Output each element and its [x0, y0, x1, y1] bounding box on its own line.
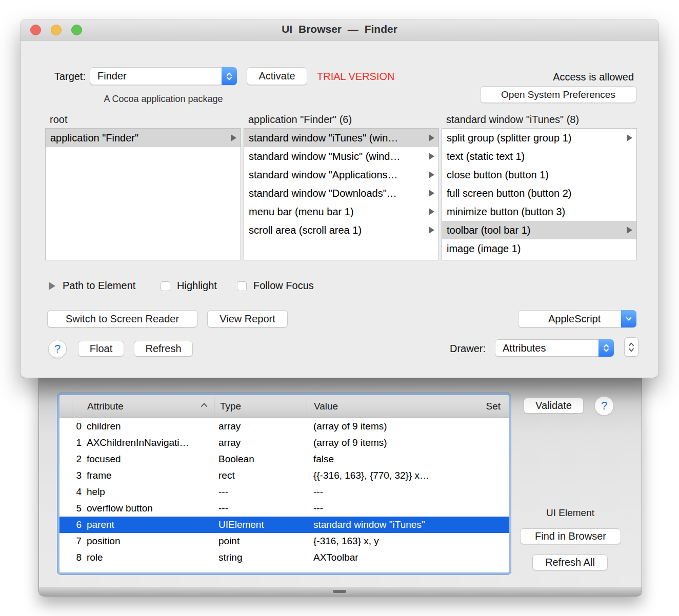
disclosure-triangle-icon[interactable] [49, 282, 55, 290]
attribute-row-index: 7 [59, 536, 82, 547]
attribute-type: UIElement [218, 519, 264, 530]
browser-item[interactable]: standard window "Applications… [244, 166, 438, 184]
access-status-label: Access is allowed [509, 71, 634, 83]
triangle-right-icon [429, 153, 434, 160]
attribute-type: --- [218, 503, 228, 514]
attribute-name: help [87, 486, 215, 498]
open-system-preferences-button[interactable]: Open System Preferences [480, 86, 636, 103]
column-separator [307, 398, 307, 415]
refresh-button[interactable]: Refresh [134, 341, 193, 357]
ui-element-label: UI Element [529, 507, 611, 519]
browser-item[interactable]: image (image 1) [442, 239, 636, 258]
resize-handle-icon[interactable] [333, 590, 346, 593]
chevron-up-down-icon [598, 339, 614, 357]
browser-item[interactable]: minimize button (button 3) [442, 202, 636, 221]
title-bar[interactable]: UI Browser — Finder [21, 19, 658, 40]
view-report-button[interactable]: View Report [207, 310, 288, 327]
float-button[interactable]: Float [78, 341, 124, 357]
browser-item-label: image (image 1) [447, 243, 521, 255]
browser-item-label: text (static text 1) [447, 151, 525, 162]
browser-item[interactable]: close button (button 1) [442, 166, 636, 184]
column-separator [470, 398, 470, 415]
target-select[interactable]: Finder [90, 67, 237, 85]
attribute-value: (array of 9 items) [313, 437, 505, 448]
browser-item-label: toolbar (tool bar 1) [447, 224, 530, 236]
browser-column-header: standard window "iTunes" (8) [442, 114, 642, 128]
attribute-row[interactable]: 4help------ [59, 484, 509, 500]
column-header-attribute[interactable]: Attribute [87, 401, 124, 412]
screen: Attribute Type Value Set 0childrenarray(… [0, 0, 679, 616]
attributes-table-body: 0childrenarray(array of 9 items)1AXChild… [59, 418, 509, 572]
attribute-value: standard window "iTunes" [313, 519, 505, 530]
find-in-browser-button[interactable]: Find in Browser [520, 528, 621, 544]
browser-item[interactable]: split group (splitter group 1) [442, 129, 636, 147]
triangle-right-icon [429, 134, 434, 141]
triangle-right-icon [231, 134, 236, 141]
target-kind-label: A Cocoa application package [90, 94, 237, 105]
browser-item-label: application "Finder" [50, 132, 138, 144]
browser-item[interactable]: application "Finder" [46, 129, 241, 147]
drawer-label: Drawer: [424, 343, 486, 355]
attribute-row-index: 3 [59, 470, 82, 481]
refresh-all-button[interactable]: Refresh All [532, 555, 608, 570]
attribute-row[interactable]: 3framerect{{-316, 163}, {770, 32}} x… [59, 467, 509, 484]
browser-column-root: application "Finder" [45, 128, 241, 260]
attribute-value: {-316, 163} x, y [313, 536, 505, 547]
path-to-element-label[interactable]: Path to Element [63, 280, 135, 292]
attributes-table-focus-ring: Attribute Type Value Set 0childrenarray(… [57, 393, 511, 575]
switch-to-screen-reader-button[interactable]: Switch to Screen Reader [47, 310, 197, 327]
highlight-checkbox[interactable] [161, 281, 170, 291]
browser-item[interactable]: scroll area (scroll area 1) [244, 221, 438, 239]
browser-column-header: root [45, 114, 246, 128]
browser-item-label: minimize button (button 3) [447, 206, 565, 218]
column-header-type[interactable]: Type [220, 401, 241, 412]
attribute-row[interactable]: 2focusedBooleanfalse [59, 451, 509, 467]
drawer-stepper[interactable] [624, 337, 638, 357]
validate-button[interactable]: Validate [524, 398, 584, 414]
browser-item[interactable]: toolbar (tool bar 1) [442, 221, 636, 239]
activate-button[interactable]: Activate [247, 67, 307, 85]
target-label: Target: [31, 71, 86, 83]
browser-item[interactable]: menu bar (menu bar 1) [244, 202, 438, 221]
help-icon[interactable]: ? [48, 340, 67, 358]
attribute-row[interactable]: 6parentUIElementstandard window "iTunes" [59, 517, 509, 533]
drawer-select[interactable]: Attributes [495, 339, 614, 357]
attribute-row-index: 4 [59, 486, 82, 498]
attribute-value: {{-316, 163}, {770, 32}} x… [313, 470, 505, 481]
column-header-set[interactable]: Set [486, 401, 501, 412]
browser-item-label: standard window "Music" (wind… [249, 151, 400, 162]
attributes-table-header[interactable]: Attribute Type Value Set [59, 395, 509, 418]
attribute-row[interactable]: 8rolestringAXToolbar [59, 549, 509, 566]
browser-item-label: scroll area (scroll area 1) [249, 224, 362, 236]
target-select-value: Finder [90, 70, 127, 82]
attribute-name: AXChildrenInNavigati… [87, 437, 215, 448]
attribute-value: --- [313, 486, 505, 498]
attribute-row-index: 0 [59, 421, 82, 432]
triangle-right-icon [429, 171, 434, 178]
attribute-name: role [87, 552, 215, 563]
browser-item[interactable]: full screen button (button 2) [442, 184, 636, 202]
attribute-name: frame [87, 470, 215, 481]
browser-item[interactable]: standard window "Music" (wind… [244, 147, 438, 166]
browser-item[interactable]: standard window "iTunes" (win… [244, 129, 438, 147]
browser-item-label: standard window "Downloads"… [249, 188, 397, 199]
attribute-type: point [218, 536, 239, 547]
triangle-right-icon [429, 227, 434, 234]
attribute-row[interactable]: 5overflow button------ [59, 500, 509, 517]
attribute-row[interactable]: 0childrenarray(array of 9 items) [59, 418, 509, 435]
applescript-menu[interactable]: AppleScript [518, 310, 636, 327]
window-title: UI Browser — Finder [21, 23, 658, 35]
attribute-row[interactable]: 7positionpoint{-316, 163} x, y [59, 533, 509, 549]
follow-focus-checkbox[interactable] [237, 281, 247, 291]
browser-item[interactable]: text (static text 1) [442, 147, 636, 166]
browser-item-label: close button (button 1) [447, 169, 549, 181]
browser-item[interactable]: standard window "Downloads"… [244, 184, 438, 202]
help-icon[interactable]: ? [594, 396, 614, 416]
browser-column-app: standard window "iTunes" (win…standard w… [244, 128, 439, 260]
column-separator [72, 398, 72, 415]
applescript-menu-label: AppleScript [518, 313, 601, 325]
column-header-value[interactable]: Value [314, 401, 338, 412]
triangle-right-icon [627, 134, 632, 141]
attribute-row[interactable]: 1AXChildrenInNavigati…array(array of 9 i… [59, 435, 509, 451]
attribute-name: children [87, 421, 215, 432]
